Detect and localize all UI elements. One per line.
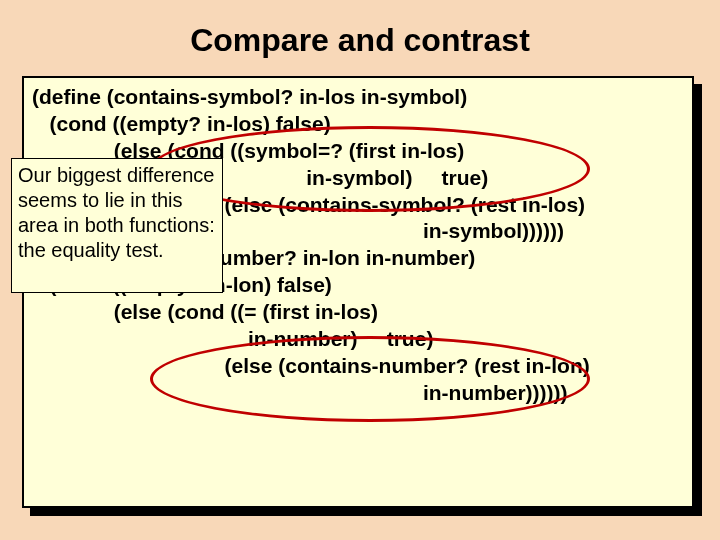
slide-title: Compare and contrast [0, 0, 720, 71]
code-line: (define (contains-symbol? in-los in-symb… [32, 84, 684, 111]
code-line: (else (cond ((= (first in-los) [32, 299, 684, 326]
callout-box: Our biggest difference seems to lie in t… [11, 158, 223, 293]
highlight-ellipse-icon [150, 336, 590, 422]
